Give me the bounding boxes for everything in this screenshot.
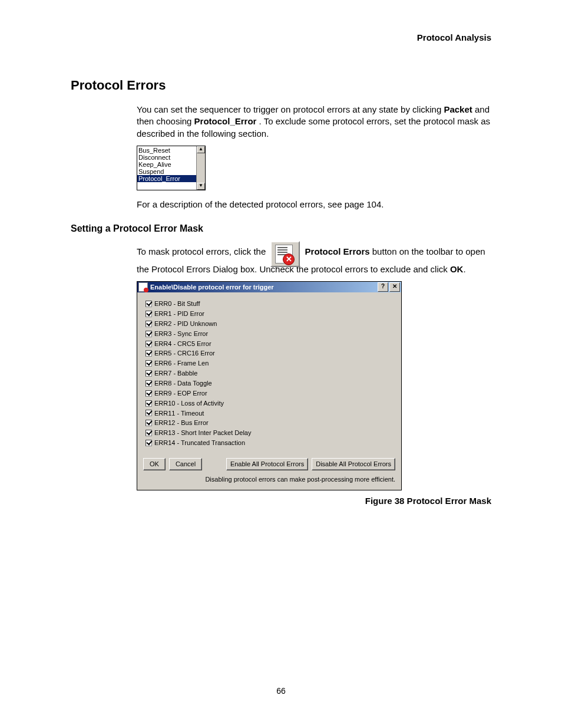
- error-checkbox-row[interactable]: ERR11 - Timeout: [146, 409, 393, 418]
- checkbox-icon[interactable]: [146, 400, 152, 407]
- checkbox-label: ERR1 - PID Error: [154, 309, 204, 318]
- error-checkbox-row[interactable]: ERR3 - Sync Error: [146, 330, 393, 338]
- enable-all-button[interactable]: Enable All Protocol Errors: [226, 458, 308, 470]
- figure-caption: Figure 38 Protocol Error Mask: [137, 495, 491, 507]
- list-item[interactable]: Bus_Reset: [137, 147, 205, 154]
- checkbox-icon[interactable]: [146, 370, 152, 377]
- checkbox-icon[interactable]: [146, 360, 152, 367]
- subsection-body: To mask protocol errors, click the ✕ Pro…: [137, 241, 491, 507]
- checkbox-label: ERR3 - Sync Error: [154, 330, 208, 338]
- checkbox-label: ERR8 - Data Toggle: [154, 379, 212, 388]
- dialog-title: Enable\Disable protocol error for trigge…: [150, 283, 274, 292]
- checkbox-icon[interactable]: [146, 341, 152, 347]
- protocol-errors-toolbar-button[interactable]: ✕: [270, 241, 300, 267]
- checkbox-icon[interactable]: [146, 331, 152, 337]
- error-checkbox-row[interactable]: ERR7 - Babble: [146, 369, 393, 378]
- cancel-button[interactable]: Cancel: [169, 458, 202, 470]
- error-checkbox-row[interactable]: ERR1 - PID Error: [146, 309, 393, 318]
- checkbox-icon[interactable]: [146, 350, 152, 357]
- error-checkbox-row[interactable]: ERR5 - CRC16 Error: [146, 349, 393, 358]
- disable-all-button[interactable]: Disable All Protocol Errors: [312, 458, 395, 470]
- checkbox-label: ERR5 - CRC16 Error: [154, 349, 215, 358]
- checkbox-label: ERR10 - Loss of Activity: [154, 399, 224, 408]
- listbox-items: Bus_Reset Disconnect Keep_Alive Suspend …: [137, 146, 205, 190]
- list-item[interactable]: Keep_Alive: [137, 161, 205, 168]
- error-checkbox-row[interactable]: ERR13 - Short Inter Packet Delay: [146, 429, 393, 437]
- list-item[interactable]: Suspend: [137, 168, 205, 175]
- error-checkbox-row[interactable]: ERR6 - Frame Len: [146, 359, 393, 368]
- page-number: 66: [0, 686, 562, 696]
- dialog-body: ERR0 - Bit Stuff ERR1 - PID Error ERR2 -…: [137, 292, 401, 452]
- list-item-empty: [137, 182, 205, 189]
- checkbox-label: ERR11 - Timeout: [154, 409, 204, 418]
- error-checkbox-row[interactable]: ERR4 - CRC5 Error: [146, 340, 393, 348]
- mask-instructions: To mask protocol errors, click the ✕ Pro…: [137, 241, 491, 275]
- checkbox-icon[interactable]: [146, 410, 152, 416]
- text: To mask protocol errors, click the: [137, 246, 268, 256]
- checkbox-icon[interactable]: [146, 380, 152, 387]
- error-checkbox-row[interactable]: ERR2 - PID Unknown: [146, 319, 393, 328]
- scroll-up-icon[interactable]: ▲: [197, 146, 205, 153]
- error-checkbox-row[interactable]: ERR0 - Bit Stuff: [146, 299, 393, 308]
- error-checkbox-row[interactable]: ERR9 - EOP Error: [146, 389, 393, 398]
- section-body: You can set the sequencer to trigger on …: [137, 104, 491, 210]
- error-x-icon: ✕: [283, 253, 295, 265]
- bold-packet: Packet: [444, 104, 472, 114]
- see-page-paragraph: For a description of the detected protoc…: [137, 199, 491, 210]
- dialog-title-icon: [138, 282, 148, 292]
- dialog-button-row: OK Cancel Enable All Protocol Errors Dis…: [137, 452, 401, 473]
- checkbox-label: ERR14 - Truncated Transaction: [154, 439, 245, 447]
- page-header-right: Protocol Analysis: [71, 32, 491, 42]
- trigger-type-listbox[interactable]: Bus_Reset Disconnect Keep_Alive Suspend …: [137, 146, 206, 190]
- checkbox-label: ERR4 - CRC5 Error: [154, 340, 211, 348]
- text: .: [463, 264, 465, 274]
- checkbox-label: ERR0 - Bit Stuff: [154, 299, 200, 308]
- checkbox-icon[interactable]: [146, 440, 152, 446]
- checkbox-icon[interactable]: [146, 430, 152, 436]
- bold-protocol-errors: Protocol Errors: [305, 246, 370, 256]
- ok-button[interactable]: OK: [143, 458, 166, 470]
- error-checkbox-row[interactable]: ERR12 - Bus Error: [146, 419, 393, 427]
- dialog-footer-text: Disabling protocol errors can make post-…: [137, 473, 401, 490]
- checkbox-label: ERR13 - Short Inter Packet Delay: [154, 429, 251, 437]
- text: You can set the sequencer to trigger on …: [137, 104, 444, 114]
- scroll-down-icon[interactable]: ▼: [197, 183, 205, 190]
- checkbox-icon[interactable]: [146, 311, 152, 317]
- error-checkbox-row[interactable]: ERR8 - Data Toggle: [146, 379, 393, 388]
- scrollbar[interactable]: ▲ ▼: [196, 146, 205, 190]
- close-button[interactable]: ✕: [389, 282, 400, 292]
- checkbox-icon[interactable]: [146, 301, 152, 307]
- bold-protocol-error: Protocol_Error: [194, 116, 257, 126]
- checkbox-label: ERR7 - Babble: [154, 369, 197, 378]
- document-icon: ✕: [275, 245, 293, 263]
- checkbox-label: ERR9 - EOP Error: [154, 389, 207, 398]
- checkbox-icon[interactable]: [146, 420, 152, 426]
- list-item[interactable]: Disconnect: [137, 154, 205, 161]
- checkbox-icon[interactable]: [146, 321, 152, 327]
- list-item-selected[interactable]: Protocol_Error: [137, 175, 205, 182]
- checkbox-label: ERR2 - PID Unknown: [154, 319, 217, 328]
- page: Protocol Analysis Protocol Errors You ca…: [0, 0, 562, 728]
- checkbox-label: ERR6 - Frame Len: [154, 359, 209, 368]
- error-checkbox-row[interactable]: ERR10 - Loss of Activity: [146, 399, 393, 408]
- error-checkbox-row[interactable]: ERR14 - Truncated Transaction: [146, 439, 393, 447]
- subsection-title: Setting a Protocol Error Mask: [71, 223, 491, 234]
- section-title: Protocol Errors: [71, 78, 491, 93]
- help-button[interactable]: ?: [378, 282, 388, 292]
- bold-ok: OK: [450, 264, 464, 274]
- checkbox-label: ERR12 - Bus Error: [154, 419, 209, 427]
- checkbox-icon[interactable]: [146, 390, 152, 397]
- protocol-error-dialog: Enable\Disable protocol error for trigge…: [137, 281, 402, 490]
- intro-paragraph: You can set the sequencer to trigger on …: [137, 104, 491, 140]
- dialog-titlebar[interactable]: Enable\Disable protocol error for trigge…: [137, 282, 401, 292]
